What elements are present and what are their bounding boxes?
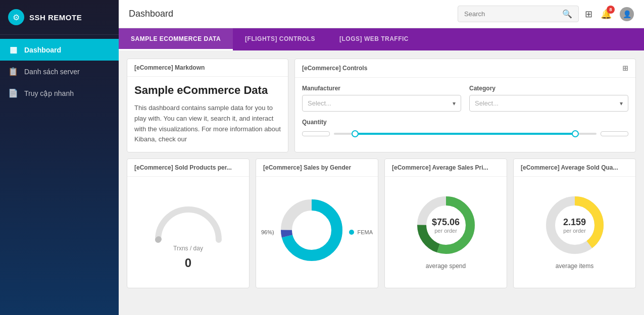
avg-qty-body: 2.159 per order average items <box>514 177 635 288</box>
controls-panel-header: [eCommerce] Controls ⊞ <box>295 59 635 78</box>
sold-products-header: [eCommerce] Sold Products per... <box>127 159 249 177</box>
avg-price-title: [eCommerce] Average Sales Pri... <box>392 164 488 171</box>
search-box[interactable]: 🔍 <box>458 6 579 22</box>
manufacturer-label: Manufacturer <box>302 85 461 92</box>
legend-female: FEMA <box>349 229 373 235</box>
sidebar: ⚙ SSH REMOTE ▦ Dashboard 📋 Danh sách ser… <box>0 0 119 315</box>
server-list-icon: 📋 <box>8 67 18 76</box>
markdown-panel-header: [eCommerce] Markdown <box>127 59 288 77</box>
notification-icon[interactable]: 🔔 8 <box>601 9 612 20</box>
sidebar-label-dashboard: Dashboard <box>24 46 61 54</box>
controls-panel: [eCommerce] Controls ⊞ Manufacturer Sele… <box>294 59 636 152</box>
markdown-text: This dashboard contains sample data for … <box>134 103 281 145</box>
avg-qty-label: average items <box>556 262 593 270</box>
main-area: Dashboard 🔍 ⊞ 🔔 8 👤 SAMPLE ECOMMERCE DAT… <box>119 0 644 315</box>
gauge-value: 0 <box>185 256 191 270</box>
manufacturer-arrow: ▾ <box>453 100 456 107</box>
tabs-bar: SAMPLE ECOMMERCE DATA [FLIGHTS] CONTROLS… <box>119 28 644 50</box>
gender-legend: FEMA <box>349 229 373 235</box>
markdown-heading: Sample eCommerce Data <box>134 84 281 97</box>
sidebar-item-server-list[interactable]: 📋 Danh sách server <box>0 61 119 82</box>
sales-gender-panel: [eCommerce] Sales by Gender 96%) <box>256 159 378 288</box>
markdown-panel-title: [eCommerce] Markdown <box>134 64 205 71</box>
avg-price-value: $75.06 <box>432 217 460 228</box>
category-arrow: ▾ <box>620 100 623 107</box>
slider-thumb-left[interactable] <box>352 130 359 137</box>
avatar[interactable]: 👤 <box>620 7 634 21</box>
manufacturer-group: Manufacturer Select... ▾ <box>302 85 461 112</box>
sold-products-panel: [eCommerce] Sold Products per... Trxns /… <box>127 159 250 288</box>
quick-access-icon: 📄 <box>8 88 18 98</box>
markdown-panel-body: Sample eCommerce Data This dashboard con… <box>127 77 288 152</box>
sidebar-item-dashboard[interactable]: ▦ Dashboard <box>0 39 119 61</box>
bottom-panels: [eCommerce] Sold Products per... Trxns /… <box>127 159 636 288</box>
expand-icon[interactable]: ⊞ <box>622 64 628 72</box>
female-label: FEMA <box>357 229 373 235</box>
logo-icon: ⚙ <box>13 13 20 22</box>
avg-price-panel: [eCommerce] Average Sales Pri... <box>384 159 507 288</box>
controls-panel-body: Manufacturer Select... ▾ Category Select… <box>295 78 635 146</box>
topbar-icons: ⊞ 🔔 8 👤 <box>585 7 634 21</box>
avg-price-body: $75.06 per order average spend <box>385 177 507 288</box>
range-max-input[interactable] <box>601 131 628 136</box>
avg-qty-value: 2.159 <box>563 217 586 228</box>
grid-icon[interactable]: ⊞ <box>585 9 592 20</box>
avg-price-label: average spend <box>426 262 466 270</box>
manufacturer-select[interactable]: Select... ▾ <box>302 95 461 112</box>
dashboard-grid: [eCommerce] Markdown Sample eCommerce Da… <box>127 59 636 288</box>
avg-qty-sub: per order <box>563 228 586 234</box>
gauge-chart <box>148 194 229 245</box>
sidebar-header: ⚙ SSH REMOTE <box>0 0 119 35</box>
category-placeholder: Select... <box>475 99 499 107</box>
female-dot <box>349 230 354 235</box>
avg-price-header: [eCommerce] Average Sales Pri... <box>385 159 507 177</box>
sold-products-title: [eCommerce] Sold Products per... <box>134 164 232 171</box>
avg-qty-panel: [eCommerce] Average Sold Qua... 2.159 <box>513 159 636 288</box>
tab-ecommerce[interactable]: SAMPLE ECOMMERCE DATA <box>119 28 233 50</box>
sidebar-item-quick-access[interactable]: 📄 Truy cập nhanh <box>0 82 119 104</box>
avg-qty-title: [eCommerce] Average Sold Qua... <box>521 164 618 171</box>
quantity-section: Quantity <box>302 119 628 139</box>
sidebar-nav: ▦ Dashboard 📋 Danh sách server 📄 Truy cậ… <box>0 35 119 108</box>
avg-qty-center: 2.159 per order <box>544 195 605 255</box>
notif-badge: 8 <box>607 6 615 14</box>
gauge-sub-label: Trxns / day <box>173 245 203 252</box>
controls-panel-title: [eCommerce] Controls <box>302 65 367 72</box>
quantity-label: Quantity <box>302 119 628 126</box>
app-title: SSH REMOTE <box>29 13 82 22</box>
topbar: Dashboard 🔍 ⊞ 🔔 8 👤 <box>119 0 644 28</box>
tab-logs[interactable]: [LOGS] WEB TRAFFIC <box>327 28 421 50</box>
app-logo: ⚙ <box>8 9 24 25</box>
dashboard-content: [eCommerce] Markdown Sample eCommerce Da… <box>119 50 644 315</box>
slider-fill <box>355 133 576 135</box>
sales-gender-header: [eCommerce] Sales by Gender <box>256 159 378 177</box>
avg-price-sub: per order <box>434 228 457 234</box>
category-select[interactable]: Select... ▾ <box>469 95 628 112</box>
avg-qty-header: [eCommerce] Average Sold Qua... <box>514 159 635 177</box>
manufacturer-placeholder: Select... <box>308 99 331 107</box>
sidebar-label-server-list: Danh sách server <box>24 68 80 76</box>
slider-thumb-right[interactable] <box>572 130 579 137</box>
markdown-panel: [eCommerce] Markdown Sample eCommerce Da… <box>127 59 288 152</box>
avg-price-donut: $75.06 per order <box>416 195 476 255</box>
category-label: Category <box>469 85 628 92</box>
gender-donut <box>279 197 344 263</box>
sales-gender-body: 96%) <box>256 177 378 288</box>
dashboard-icon: ▦ <box>8 45 18 55</box>
range-row <box>302 129 628 139</box>
tab-flights[interactable]: [FLIGHTS] CONTROLS <box>233 28 327 50</box>
sidebar-label-quick-access: Truy cập nhanh <box>24 89 74 97</box>
range-slider[interactable] <box>334 129 597 139</box>
page-title: Dashboard <box>129 9 452 19</box>
avg-price-center: $75.06 per order <box>416 195 476 255</box>
avg-qty-donut: 2.159 per order <box>544 195 605 255</box>
category-group: Category Select... ▾ <box>469 85 628 112</box>
search-input[interactable] <box>464 10 558 18</box>
search-icon[interactable]: 🔍 <box>562 9 572 19</box>
selects-row: Manufacturer Select... ▾ Category Select… <box>302 85 628 112</box>
sold-products-body: Trxns / day 0 <box>127 177 249 288</box>
range-min-input[interactable] <box>302 131 330 136</box>
gender-male-pct: 96%) <box>261 229 274 235</box>
sales-gender-title: [eCommerce] Sales by Gender <box>263 164 351 171</box>
